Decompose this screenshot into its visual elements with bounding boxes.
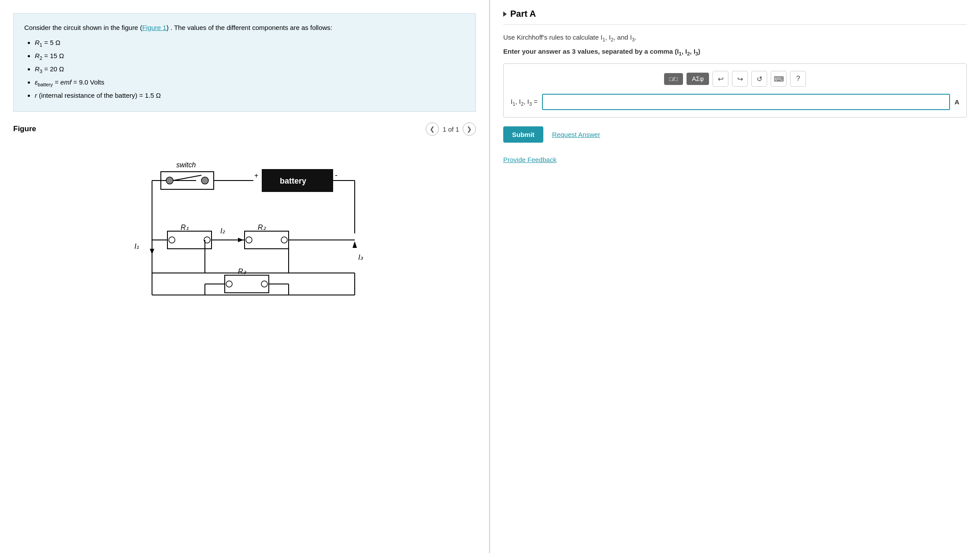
svg-text:I₃: I₃ bbox=[358, 254, 363, 261]
answer-box: □/□ ΑΣφ ↩ ↪ ↺ ⌨ ? I1, I2, I3 = bbox=[503, 63, 967, 118]
figure-header: Figure ❮ 1 of 1 ❯ bbox=[13, 122, 476, 136]
svg-text:-: - bbox=[335, 171, 338, 180]
svg-text:I₂: I₂ bbox=[220, 227, 225, 235]
svg-point-3 bbox=[166, 177, 173, 184]
svg-point-19 bbox=[169, 237, 175, 243]
svg-marker-16 bbox=[150, 249, 154, 254]
part-title: Part A bbox=[510, 9, 536, 19]
next-figure-button[interactable]: ❯ bbox=[463, 122, 476, 136]
list-item: εbattery = emf = 9.0 Volts bbox=[35, 77, 465, 88]
figure-nav: ❮ 1 of 1 ❯ bbox=[426, 122, 476, 136]
symbol-icon: ΑΣφ bbox=[692, 75, 704, 82]
help-button[interactable]: ? bbox=[790, 71, 806, 87]
component-list: R1 = 5 Ω R2 = 15 Ω R3 = 20 Ω εbattery = … bbox=[35, 37, 465, 101]
list-item: R1 = 5 Ω bbox=[35, 37, 465, 49]
svg-text:R₁: R₁ bbox=[181, 224, 189, 231]
list-item: R3 = 20 Ω bbox=[35, 64, 465, 75]
svg-text:R₃: R₃ bbox=[238, 268, 246, 275]
action-row: Submit Request Answer bbox=[503, 126, 967, 143]
svg-point-4 bbox=[201, 177, 208, 184]
svg-marker-25 bbox=[238, 238, 244, 242]
instruction-text: Enter your answer as 3 values, separated… bbox=[503, 48, 967, 56]
input-label: I1, I2, I3 = bbox=[511, 98, 538, 107]
figure-title: Figure bbox=[13, 125, 36, 133]
list-item: R2 = 15 Ω bbox=[35, 51, 465, 62]
toolbar: □/□ ΑΣφ ↩ ↪ ↺ ⌨ ? bbox=[511, 71, 959, 87]
svg-text:R₂: R₂ bbox=[258, 224, 266, 231]
undo-icon: ↩ bbox=[718, 75, 724, 83]
part-header: Part A bbox=[503, 9, 967, 25]
fraction-icon: □/□ bbox=[669, 76, 678, 82]
submit-button[interactable]: Submit bbox=[503, 126, 543, 143]
question-text: Use Kirchhoff's rules to calculate I1, I… bbox=[503, 33, 967, 42]
answer-input[interactable] bbox=[542, 94, 950, 110]
svg-rect-26 bbox=[245, 231, 289, 249]
prev-figure-button[interactable]: ❮ bbox=[426, 122, 439, 136]
unit-label: A bbox=[954, 98, 959, 106]
svg-line-5 bbox=[173, 175, 201, 181]
collapse-icon[interactable] bbox=[503, 11, 507, 17]
svg-text:+: + bbox=[254, 172, 258, 179]
svg-marker-32 bbox=[353, 241, 357, 248]
svg-text:switch: switch bbox=[176, 161, 196, 169]
right-panel: Part A Use Kirchhoff's rules to calculat… bbox=[490, 0, 980, 553]
refresh-button[interactable]: ↺ bbox=[751, 71, 767, 87]
svg-rect-35 bbox=[225, 275, 269, 293]
svg-point-36 bbox=[226, 281, 232, 287]
keyboard-button[interactable]: ⌨ bbox=[771, 71, 787, 87]
circuit-svg: switch + battery - I₁ bbox=[117, 145, 372, 313]
figure-link[interactable]: Figure 1 bbox=[142, 24, 167, 31]
left-panel: Consider the circuit shown in the figure… bbox=[0, 0, 490, 553]
problem-description: Consider the circuit shown in the figure… bbox=[13, 13, 476, 112]
list-item: r (internal resistance of the battery) =… bbox=[35, 90, 465, 101]
figure-counter: 1 of 1 bbox=[442, 125, 459, 133]
redo-icon: ↪ bbox=[737, 75, 743, 83]
undo-button[interactable]: ↩ bbox=[713, 71, 728, 87]
refresh-icon: ↺ bbox=[757, 75, 762, 83]
symbol-button[interactable]: ΑΣφ bbox=[687, 73, 709, 85]
svg-text:I₁: I₁ bbox=[134, 243, 139, 250]
request-answer-button[interactable]: Request Answer bbox=[552, 131, 600, 138]
figure-section: Figure ❮ 1 of 1 ❯ switch bbox=[13, 122, 476, 544]
input-row: I1, I2, I3 = A bbox=[511, 94, 959, 110]
svg-point-27 bbox=[246, 237, 252, 243]
provide-feedback-button[interactable]: Provide Feedback bbox=[503, 156, 557, 163]
redo-button[interactable]: ↪ bbox=[732, 71, 748, 87]
fraction-button[interactable]: □/□ bbox=[664, 73, 683, 85]
svg-text:battery: battery bbox=[280, 177, 306, 185]
svg-point-28 bbox=[281, 237, 287, 243]
keyboard-icon: ⌨ bbox=[774, 75, 784, 83]
circuit-diagram: switch + battery - I₁ bbox=[13, 141, 476, 317]
problem-intro-text: Consider the circuit shown in the figure… bbox=[24, 22, 465, 33]
help-icon: ? bbox=[796, 75, 800, 83]
svg-point-37 bbox=[261, 281, 267, 287]
